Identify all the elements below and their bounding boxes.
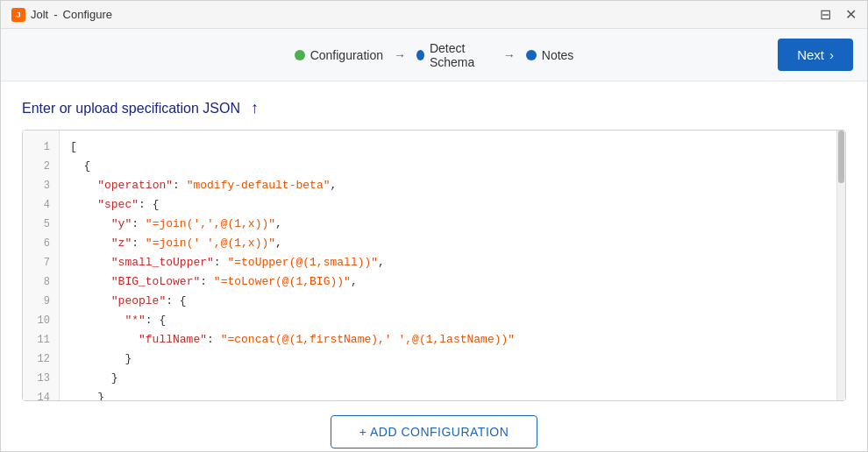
- editor-scrollbar-thumb[interactable]: [838, 131, 844, 183]
- step-notes: Notes: [526, 48, 574, 62]
- code-content[interactable]: [ { "operation": "modify-default-beta", …: [60, 131, 836, 400]
- title-separator: -: [53, 8, 57, 21]
- step-label-detect-schema: Detect Schema: [430, 41, 493, 69]
- add-configuration-button[interactable]: + ADD CONFIGURATION: [331, 415, 538, 448]
- step-dot-detect-schema: [416, 50, 424, 60]
- section-title-row: Enter or upload specification JSON ↑: [22, 99, 846, 117]
- code-editor[interactable]: 1 2 3 4 5 6 7 8 9 10 11 12 13 14 [ { "op…: [22, 130, 846, 401]
- add-config-row: + ADD CONFIGURATION: [22, 415, 846, 448]
- app-logo: J: [11, 8, 25, 22]
- title-bar-left: J Jolt - Configure: [11, 8, 112, 22]
- next-button-label: Next: [797, 47, 824, 62]
- step-arrow-2: →: [503, 48, 516, 62]
- step-label-notes: Notes: [542, 48, 574, 62]
- title-bar-controls: ⊟ ✕: [820, 6, 857, 23]
- title-bar: J Jolt - Configure ⊟ ✕: [1, 1, 867, 29]
- close-icon[interactable]: ✕: [845, 6, 857, 23]
- step-configuration: Configuration: [295, 48, 383, 62]
- page-title: Configure: [63, 8, 112, 21]
- step-label-configuration: Configuration: [310, 48, 383, 62]
- section-title: Enter or upload specification JSON: [22, 101, 240, 117]
- collapse-icon[interactable]: ⊟: [820, 6, 831, 23]
- editor-scrollbar[interactable]: [836, 131, 845, 400]
- step-arrow-1: →: [394, 48, 406, 62]
- upload-icon[interactable]: ↑: [251, 99, 259, 117]
- next-button-arrow: ›: [829, 47, 834, 62]
- stepper-steps: Configuration → Detect Schema → Notes: [295, 41, 574, 69]
- step-dot-notes: [526, 50, 537, 60]
- next-button[interactable]: Next ›: [778, 39, 853, 71]
- step-detect-schema: Detect Schema: [416, 41, 493, 69]
- app-name: Jolt: [31, 8, 48, 21]
- stepper-bar: Configuration → Detect Schema → Notes Ne…: [1, 29, 867, 81]
- step-dot-configuration: [295, 50, 305, 60]
- line-numbers: 1 2 3 4 5 6 7 8 9 10 11 12 13 14: [23, 131, 60, 400]
- main-content: Enter or upload specification JSON ↑ 1 2…: [1, 81, 867, 452]
